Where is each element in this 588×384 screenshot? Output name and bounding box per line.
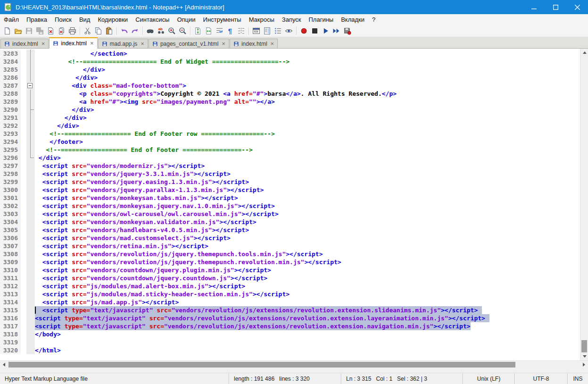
tab-close-icon[interactable]: × — [141, 41, 144, 47]
line-number[interactable]: 3317 — [0, 322, 21, 330]
replace-button[interactable]: ab — [156, 25, 166, 36]
function-list-button[interactable] — [273, 25, 283, 36]
sync-scroll-v-button[interactable] — [192, 25, 203, 36]
code-text[interactable]: <script type="text/javascript" src="vend… — [35, 306, 482, 314]
word-wrap-button[interactable] — [214, 25, 225, 36]
redo-button[interactable] — [130, 25, 141, 36]
line-number[interactable]: 3298 — [0, 170, 21, 178]
code-text[interactable]: <script src="vendors/retina.min.js"></sc… — [35, 242, 208, 250]
line-number[interactable]: 3289 — [0, 98, 21, 106]
save-button[interactable] — [24, 25, 34, 36]
line-number[interactable]: 3292 — [0, 122, 21, 130]
line-number[interactable]: 3310 — [0, 266, 21, 274]
vertical-scrollbar[interactable] — [580, 49, 588, 360]
code-text[interactable]: <script src="vendors/owl-carousel/owl.ca… — [35, 210, 279, 218]
maximize-button[interactable] — [545, 0, 566, 14]
menu-item-settings[interactable]: Опции — [173, 15, 199, 24]
menu-item-encoding[interactable]: Кодировки — [94, 15, 132, 24]
fold-collapse-icon[interactable] — [26, 82, 35, 90]
horizontal-scrollbar-thumb[interactable] — [8, 362, 515, 367]
line-number[interactable]: 3320 — [0, 346, 21, 354]
editor[interactable]: 3283 </section>3284 <!--================… — [0, 49, 580, 360]
line-number[interactable]: 3316 — [0, 314, 21, 322]
line-number[interactable]: 3307 — [0, 242, 21, 250]
code-text[interactable]: <script src="vendors/jquery.easing.1.3.m… — [35, 178, 249, 186]
macro-record-button[interactable] — [298, 25, 309, 36]
tab-4-index-html[interactable]: index.html× — [230, 39, 278, 48]
indent-guide-button[interactable] — [236, 25, 247, 36]
status-length-lines[interactable]: length : 191 486 lines : 3 320 — [229, 373, 341, 384]
menu-item-help[interactable]: ? — [368, 15, 379, 24]
code-text[interactable]: <script src="vendors/jquery-3.3.1.min.js… — [35, 170, 231, 178]
code-text[interactable]: <script type="text/javascript" src="vend… — [35, 322, 471, 330]
close-all-button[interactable] — [56, 25, 67, 36]
line-number[interactable]: 3287 — [0, 82, 21, 90]
close-button[interactable] — [566, 0, 588, 14]
menu-item-macro[interactable]: Макросы — [245, 15, 278, 24]
line-number[interactable]: 3299 — [0, 178, 21, 186]
vertical-scrollbar-thumb[interactable] — [581, 340, 587, 352]
tab-0-index-html[interactable]: index.html× — [0, 39, 49, 48]
close-file-button[interactable] — [45, 25, 56, 36]
macro-play-button[interactable] — [320, 25, 331, 36]
code-text[interactable]: </div> — [35, 74, 98, 82]
scroll-up-arrow-icon[interactable] — [580, 49, 588, 57]
macro-stop-button[interactable] — [309, 25, 320, 36]
code-text[interactable]: <!--================== End of Footer row… — [35, 130, 275, 138]
code-text[interactable]: <script src="vendors/revolution/js/jquer… — [35, 250, 323, 258]
line-number[interactable]: 3308 — [0, 250, 21, 258]
tab-close-icon[interactable]: × — [41, 41, 45, 47]
monitoring-button[interactable] — [283, 25, 294, 36]
horizontal-scrollbar[interactable] — [0, 360, 588, 368]
find-button[interactable] — [145, 25, 156, 36]
tab-close-icon[interactable]: × — [222, 41, 225, 47]
tab-close-icon[interactable]: × — [271, 41, 274, 47]
line-number[interactable]: 3306 — [0, 234, 21, 242]
code-text[interactable]: <script src="vendors/monkeysan.jquery.na… — [35, 202, 275, 210]
line-number[interactable]: 3304 — [0, 218, 21, 226]
menu-item-edit[interactable]: Правка — [23, 15, 51, 24]
status-eol-format[interactable]: Unix (LF) — [463, 373, 514, 384]
line-number[interactable]: 3286 — [0, 74, 21, 82]
code-text[interactable]: <a href="#"><img src="images/payment.png… — [35, 98, 275, 106]
line-number[interactable]: 3284 — [0, 58, 21, 66]
doc-map-button[interactable] — [262, 25, 273, 36]
code-text[interactable]: <script type="text/javascript" src="vend… — [35, 314, 489, 322]
line-number[interactable]: 3305 — [0, 226, 21, 234]
menu-item-tools[interactable]: Инструменты — [199, 15, 245, 24]
scroll-down-arrow-icon[interactable] — [580, 352, 588, 360]
scroll-right-arrow-icon[interactable] — [580, 361, 588, 368]
line-number[interactable]: 3291 — [0, 114, 21, 122]
line-number[interactable]: 3319 — [0, 338, 21, 346]
code-text[interactable]: </section> — [35, 50, 127, 58]
tab-1-index-html[interactable]: index.html× — [49, 37, 97, 49]
line-number[interactable]: 3297 — [0, 162, 21, 170]
status-cursor-position[interactable]: Ln : 3 315 Col : 1 Sel : 362 | 3 — [341, 373, 463, 384]
line-number[interactable]: 3296 — [0, 154, 21, 162]
line-number[interactable]: 3294 — [0, 138, 21, 146]
menu-item-view[interactable]: Вид — [75, 15, 94, 24]
minimize-button[interactable] — [523, 0, 545, 14]
code-text[interactable]: <script src="vendors/monkeysan.validator… — [35, 218, 257, 226]
code-text[interactable]: <script src="vendors/monkeysan.tabs.min.… — [35, 194, 238, 202]
code-text[interactable]: <script src="vendors/handlebars-v4.0.5.m… — [35, 226, 249, 234]
copy-button[interactable] — [93, 25, 104, 36]
show-all-chars-button[interactable]: ¶ — [225, 25, 236, 36]
code-text[interactable]: <script src="vendors/mad.customselect.js… — [35, 234, 231, 242]
line-number[interactable]: 3314 — [0, 298, 21, 306]
code-text[interactable]: <p class="copyrights">Copyright © 2021 <… — [35, 90, 397, 98]
line-number[interactable]: 3290 — [0, 106, 21, 114]
code-text[interactable]: <script src="js/modules/mad.sticky-heade… — [35, 290, 290, 298]
line-number[interactable]: 3301 — [0, 194, 21, 202]
tab-3-pages-contact-v1-html[interactable]: pages_contact_v1.html× — [149, 39, 229, 48]
scroll-left-arrow-icon[interactable] — [0, 361, 8, 368]
code-text[interactable]: <script src="js/mad.app.js"></script> — [35, 298, 179, 306]
print-button[interactable] — [67, 25, 78, 36]
save-all-button[interactable] — [34, 25, 45, 36]
code-text[interactable]: <script src="js/modules/mad.alert-box.mi… — [35, 282, 245, 290]
code-text[interactable]: </div> — [35, 114, 87, 122]
code-text[interactable]: <script src="vendors/countdown/jquery.co… — [35, 274, 267, 282]
line-number[interactable]: 3318 — [0, 330, 21, 338]
line-number[interactable]: 3311 — [0, 274, 21, 282]
code-text[interactable]: <!--==================== End of Widget =… — [35, 58, 290, 66]
